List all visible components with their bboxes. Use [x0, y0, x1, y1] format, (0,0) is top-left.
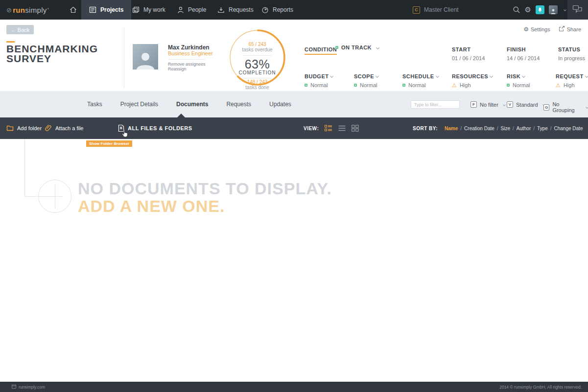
logo-text-run: run	[13, 6, 25, 14]
sort-by-group: SORT BY: Name / Creation Date / Size / A…	[413, 117, 583, 139]
add-folder-label: Add folder	[17, 125, 42, 131]
assignee-avatar[interactable]	[133, 44, 158, 69]
scope-metric[interactable]: SCOPE Normal	[354, 71, 378, 88]
assignee-name: Max Zurkinden	[168, 44, 210, 51]
status-ok-icon	[402, 84, 405, 87]
sort-by-label: SORT BY:	[413, 126, 438, 131]
nav-tab-reports[interactable]: Reports	[254, 0, 301, 20]
back-button[interactable]: ← Back	[6, 25, 34, 34]
feedback-panel-button[interactable]	[567, 0, 588, 20]
tasks-done-value: 148 / 243	[229, 79, 286, 85]
footer-site-label: runsimply.com	[19, 385, 45, 390]
footer-copyright: 2014 © runsimply GmbH, All rights reserv…	[499, 382, 582, 392]
filter-input[interactable]	[411, 100, 460, 109]
risk-metric[interactable]: RISK Normal	[507, 71, 530, 88]
nav-tab-projects[interactable]: Projects	[81, 0, 131, 20]
ring-divider	[243, 78, 272, 78]
top-nav-bar: ⊘runsimply° Projects My work People Requ…	[0, 0, 588, 20]
project-title-line1: BENCHMARKING	[6, 44, 98, 54]
remove-assignees-link[interactable]: Remove assignees	[168, 62, 206, 67]
status-ok-icon	[335, 46, 338, 49]
search-icon[interactable]	[513, 6, 520, 14]
settings-label: Settings	[531, 26, 550, 32]
metric-label: RESOURCES	[452, 73, 488, 79]
assignee-divider	[168, 59, 205, 60]
metric-label: BUDGET	[305, 73, 329, 79]
sort-separator: /	[533, 126, 535, 131]
notifications-bell-button[interactable]	[536, 5, 544, 14]
view-dropdown-label: Standard	[516, 102, 538, 108]
condition-dropdown[interactable]: ON TRACK	[335, 45, 379, 50]
metric-value: High	[564, 82, 575, 88]
gear-icon[interactable]: ⚙	[525, 5, 531, 14]
status-value: In progress	[558, 55, 585, 61]
view-label: VIEW:	[304, 126, 319, 131]
sort-option-creation-date[interactable]: Creation Date	[464, 126, 494, 131]
active-tab-notch	[177, 114, 185, 117]
project-tabs: Tasks Project Details Documents Requests…	[87, 91, 291, 117]
attach-file-button[interactable]: Attach a file	[45, 117, 83, 139]
empty-state-message: NO DOCUMENTS TO DISPLAY.	[78, 179, 332, 198]
sort-separator: /	[513, 126, 514, 131]
completion-label: COMPLETION	[229, 70, 286, 75]
topbar-actions: ⚙	[513, 0, 566, 20]
resources-metric[interactable]: RESOURCES ⚠High	[452, 71, 493, 88]
app-logo[interactable]: ⊘runsimply°	[6, 0, 49, 20]
nav-tab-my-work[interactable]: My work	[124, 0, 173, 20]
paperclip-icon	[45, 124, 52, 133]
nav-tab-people[interactable]: People	[169, 0, 214, 20]
tab-project-details[interactable]: Project Details	[120, 101, 158, 108]
chevron-down-icon	[435, 74, 439, 78]
status-ok-icon	[507, 84, 510, 87]
user-avatar[interactable]	[549, 5, 558, 14]
sort-option-type[interactable]: Type	[537, 126, 548, 131]
sort-option-size[interactable]: Size	[501, 126, 510, 131]
folder-icon	[6, 125, 14, 132]
sort-option-name[interactable]: Name	[445, 126, 458, 131]
metric-label: REQUEST	[556, 73, 584, 79]
detail-list-view-icon[interactable]	[325, 125, 332, 132]
tab-updates[interactable]: Updates	[269, 101, 291, 108]
filter-dropdown[interactable]: F No filter	[470, 101, 505, 108]
schedule-metric[interactable]: SCHEDULE Normal	[402, 71, 439, 88]
budget-metric[interactable]: BUDGET Normal	[305, 71, 333, 88]
home-icon	[69, 6, 77, 14]
share-label: Share	[567, 26, 581, 32]
tab-documents[interactable]: Documents	[176, 101, 208, 108]
show-folder-browser-tooltip: Show Folder Browser	[86, 140, 132, 147]
sort-option-change-date[interactable]: Change Date	[554, 126, 583, 131]
footer-site-link[interactable]: runsimply.com	[12, 382, 45, 392]
client-selector[interactable]: C Master Client	[413, 0, 459, 20]
settings-button[interactable]: ⚙ Settings	[523, 25, 550, 33]
nav-tab-label: People	[188, 6, 206, 13]
add-folder-button[interactable]: Add folder	[6, 117, 42, 139]
share-button[interactable]: Share	[558, 25, 581, 33]
completion-ring: 65 / 243 tasks overdue 63% COMPLETION 14…	[229, 29, 286, 86]
finish-value: 14 / 06 / 2014	[507, 55, 540, 61]
grid-view-icon[interactable]	[352, 125, 359, 132]
sort-option-author[interactable]: Author	[517, 126, 531, 131]
chevron-down-icon	[376, 74, 379, 78]
tab-tasks[interactable]: Tasks	[87, 101, 102, 108]
sort-separator: /	[460, 126, 462, 131]
folder-breadcrumb[interactable]: B ALL FILES & FOLDERS	[118, 117, 192, 139]
sort-separator: /	[497, 126, 498, 131]
grouping-dropdown[interactable]: G No Grouping	[543, 101, 588, 113]
tab-requests[interactable]: Requests	[226, 101, 251, 108]
user-menu-chevron-icon[interactable]	[564, 8, 566, 11]
start-value: 01 / 06 / 2014	[452, 55, 485, 61]
attach-file-label: Attach a file	[55, 125, 83, 131]
documents-toolbar: Add folder Attach a file B ALL FILES & F…	[0, 117, 588, 139]
filter-key-icon: F	[470, 101, 477, 108]
mouse-cursor-pointer	[121, 129, 129, 140]
breadcrumb-label: ALL FILES & FOLDERS	[128, 125, 192, 131]
settings-gear-icon: ⚙	[523, 26, 529, 33]
finish-label: FINISH	[507, 46, 526, 52]
view-mode-dropdown[interactable]: V Standard	[507, 101, 545, 108]
grouping-dropdown-label: No Grouping	[552, 101, 581, 113]
empty-state-cta[interactable]: ADD A NEW ONE.	[78, 197, 225, 216]
project-title-line2: SURVEY	[6, 54, 98, 64]
reassign-link[interactable]: Reassign	[168, 67, 187, 71]
list-view-icon[interactable]	[338, 125, 346, 132]
request-metric[interactable]: REQUEST ⚠High	[556, 71, 588, 88]
